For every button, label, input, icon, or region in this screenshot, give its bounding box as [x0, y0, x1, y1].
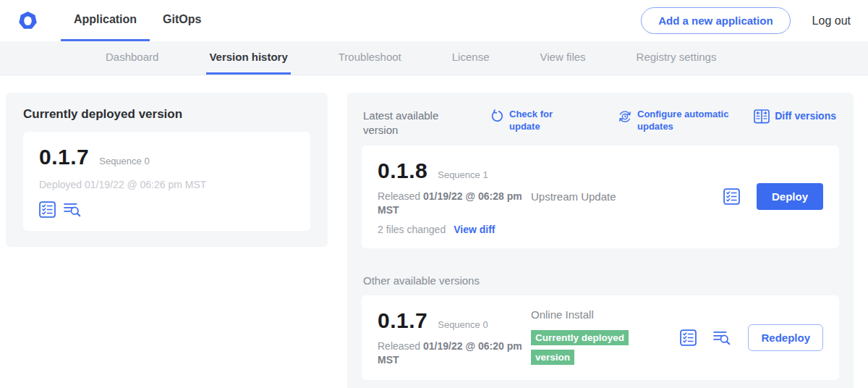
tab-gitops-label: GitOps — [163, 13, 201, 26]
top-header: Application GitOps Add a new application… — [0, 0, 868, 41]
available-panel-header: Latest available version Check for updat… — [362, 103, 839, 137]
view-diff-link[interactable]: View diff — [454, 224, 495, 235]
currently-deployed-title: Currently deployed version — [23, 107, 310, 122]
tab-application[interactable]: Application — [61, 0, 150, 41]
latest-version-card: 0.1.8 Sequence 1 Released 01/19/22 @ 06:… — [362, 146, 839, 248]
preflight-checklist-icon[interactable] — [39, 201, 56, 218]
subnav-item-dashboard[interactable]: Dashboard — [103, 41, 161, 75]
app-subnav: Dashboard Version history Troubleshoot L… — [0, 41, 868, 75]
subnav-item-view-files[interactable]: View files — [537, 41, 588, 75]
released-label: Released — [378, 340, 420, 352]
deployed-version-card: 0.1.7 Sequence 0 Deployed 01/19/22 @ 06:… — [23, 132, 310, 231]
other-released-date: Released 01/19/22 @ 06:20 pm MST — [378, 340, 522, 367]
diff-versions-label: Diff versions — [775, 109, 836, 122]
latest-version-number: 0.1.8 — [378, 159, 427, 183]
subnav-registry-settings-label: Registry settings — [637, 51, 717, 63]
configure-automatic-updates-button[interactable]: Configure automatic updates — [618, 109, 739, 133]
subnav-version-history-label: Version history — [209, 51, 287, 63]
deployed-date: Deployed 01/19/22 @ 06:26 pm MST — [39, 179, 294, 190]
available-versions-panel: Latest available version Check for updat… — [347, 93, 854, 388]
other-sequence-label: Sequence 0 — [438, 319, 488, 330]
released-label: Released — [378, 190, 420, 202]
other-version-card: 0.1.7 Sequence 0 Released 01/19/22 @ 06:… — [362, 295, 839, 380]
configure-automatic-updates-label: Configure automatic updates — [637, 109, 739, 133]
latest-sequence-label: Sequence 1 — [438, 169, 488, 180]
tab-gitops[interactable]: GitOps — [150, 0, 214, 41]
subnav-item-registry-settings[interactable]: Registry settings — [634, 41, 720, 75]
header-tabs: Application GitOps — [61, 0, 214, 41]
files-changed-label: 2 files changed — [378, 224, 446, 235]
view-logs-icon[interactable] — [713, 329, 731, 346]
kots-logo-icon — [18, 11, 38, 30]
subnav-item-license[interactable]: License — [449, 41, 493, 75]
subnav-view-files-label: View files — [540, 51, 585, 63]
deploy-button[interactable]: Deploy — [757, 183, 823, 210]
currently-deployed-badge: Currently deployed version — [531, 330, 629, 365]
latest-available-title: Latest available version — [363, 109, 457, 137]
preflight-checklist-icon[interactable] — [723, 188, 740, 205]
currently-deployed-badge-wrap: Currently deployed version — [531, 327, 648, 367]
view-logs-icon[interactable] — [64, 201, 82, 218]
subnav-item-troubleshoot[interactable]: Troubleshoot — [336, 41, 404, 75]
logout-link[interactable]: Log out — [812, 14, 851, 28]
header-right: Add a new application Log out — [641, 0, 868, 41]
latest-version-source: Upstream Update — [531, 190, 723, 203]
app-logo[interactable] — [0, 0, 38, 41]
diff-versions-button[interactable]: Diff versions — [754, 109, 836, 124]
currently-deployed-panel: Currently deployed version 0.1.7 Sequenc… — [6, 93, 328, 247]
other-version-source: Online Install — [531, 308, 680, 321]
auto-update-clock-icon — [618, 109, 632, 124]
redeploy-button[interactable]: Redeploy — [748, 324, 823, 351]
subnav-troubleshoot-label: Troubleshoot — [339, 51, 401, 63]
check-for-update-button[interactable]: Check for update — [490, 109, 566, 133]
other-available-versions-title: Other available versions — [363, 274, 838, 287]
subnav-license-label: License — [452, 51, 490, 63]
main-content: Currently deployed version 0.1.7 Sequenc… — [0, 75, 868, 388]
latest-released-date: Released 01/19/22 @ 06:28 pm MST — [378, 190, 522, 217]
tab-application-label: Application — [74, 13, 137, 26]
other-version-number: 0.1.7 — [378, 308, 427, 333]
subnav-dashboard-label: Dashboard — [106, 51, 158, 63]
add-new-application-button[interactable]: Add a new application — [641, 7, 790, 34]
deployed-version-number: 0.1.7 — [39, 145, 89, 169]
subnav-item-version-history[interactable]: Version history — [206, 41, 290, 75]
check-for-update-label: Check for update — [509, 109, 566, 133]
deployed-sequence-label: Sequence 0 — [99, 156, 149, 166]
preflight-checklist-icon[interactable] — [680, 329, 697, 346]
diff-versions-icon — [754, 109, 770, 124]
refresh-icon — [490, 109, 504, 123]
